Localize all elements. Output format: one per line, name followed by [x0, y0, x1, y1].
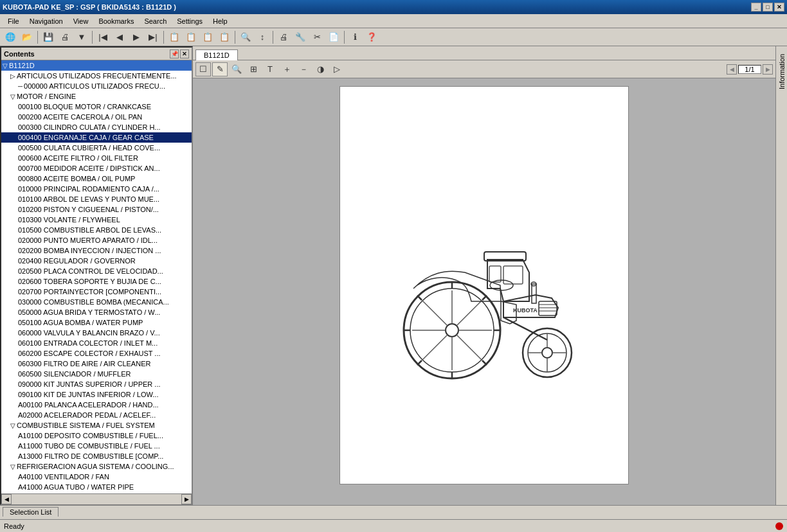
toolbar-btn-8[interactable]: 📋 [200, 30, 215, 44]
list-item[interactable]: 050000 AGUA BRIDA Y TERMOSTATO / W... [1, 307, 192, 317]
list-item[interactable]: A13000 FILTRO DE COMBUSTIBLE [COMP... [1, 451, 192, 461]
list-item[interactable]: 000500 CULATA CUBIERTA / HEAD COVE... [1, 143, 192, 153]
toolbar-btn-help[interactable]: ❓ [364, 30, 379, 44]
toolbar-btn-forward[interactable]: ▶ [129, 30, 144, 44]
menu-file[interactable]: File [3, 16, 24, 26]
doc-btn-find[interactable]: 🔍 [229, 62, 244, 76]
toolbar-btn-9[interactable]: 📋 [217, 30, 232, 44]
list-item[interactable]: 010300 VOLANTE / FLYWHEEL [1, 215, 192, 225]
toolbar-btn-copy[interactable]: 📄 [326, 30, 341, 44]
tree-root[interactable]: ▽ B1121D [1, 60, 192, 71]
list-item[interactable]: 000600 ACEITE FILTRO / OIL FILTER [1, 153, 192, 163]
doc-btn-select[interactable]: ☐ [195, 62, 211, 76]
list-item[interactable]: 010000 PRINCIPAL RODAMIENTO CAJA /... [1, 184, 192, 194]
list-item[interactable]: 000300 CILINDRO CULATA / CYLINDER H... [1, 122, 192, 132]
list-item[interactable]: 060500 SILENCIADOR / MUFFLER [1, 369, 192, 379]
tree-leaf-label: 010200 PISTON Y CIGUEENAL / PISTON/... [18, 206, 159, 213]
list-item[interactable]: 010100 ARBOL DE LEVAS Y PUNTO MUE... [1, 194, 192, 204]
toolbar-btn-zoom[interactable]: 🔍 [238, 30, 253, 44]
tree-node-label: REFRIGERACION AGUA SISTEMA / COOLING... [17, 463, 174, 470]
menu-settings[interactable]: Settings [172, 16, 208, 26]
menu-view[interactable]: View [68, 16, 94, 26]
list-item[interactable]: 030000 COMBUSTIBLE BOMBA (MECANICA... [1, 297, 192, 307]
toolbar-btn-back-start[interactable]: |◀ [95, 30, 111, 44]
doc-btn-zoom-in[interactable]: ＋ [279, 62, 294, 76]
list-item[interactable]: ─ 000000 ARTICULOS UTILIZADOS FRECU... [1, 81, 192, 91]
list-item[interactable]: ▽ REFRIGERACION AGUA SISTEMA / COOLING..… [1, 461, 192, 472]
list-item[interactable]: A02000 ACELERADOR PEDAL / ACELEF... [1, 410, 192, 420]
list-item[interactable]: 020200 BOMBA INYECCION / INJECTION ... [1, 245, 192, 256]
toolbar-btn-cursor[interactable]: ↕ [255, 30, 270, 44]
toolbar-btn-2[interactable]: 📂 [19, 30, 35, 44]
scroll-right-button[interactable]: ▶ [181, 494, 192, 504]
list-item[interactable]: 060200 ESCAPE COLECTOR / EXHAUST ... [1, 348, 192, 359]
toolbar-btn-3[interactable]: 💾 [41, 30, 56, 44]
tree-leaf-label: 010300 VOLANTE / FLYWHEEL [18, 216, 120, 224]
list-item[interactable]: 020500 PLACA CONTROL DE VELOCIDAD... [1, 266, 192, 276]
panel-pin-button[interactable]: 📌 [170, 49, 179, 58]
list-item[interactable]: ▽ MOTOR / ENGINE [1, 91, 192, 102]
toolbar-btn-back[interactable]: ◀ [112, 30, 127, 44]
tree-leaf-label: 020600 TOBERA SOPORTE Y BUJIA DE C... [18, 278, 161, 285]
doc-btn-play[interactable]: ▷ [329, 62, 345, 76]
tree-container[interactable]: ▽ B1121D ▷ ARTICULOS UTILIZADOS FRECUENT… [1, 60, 192, 493]
svg-line-17 [457, 301, 482, 326]
toolbar-btn-cut[interactable]: ✂ [309, 30, 325, 44]
list-item[interactable]: 060100 ENTRADA COLECTOR / INLET M... [1, 338, 192, 348]
toolbar-btn-4[interactable]: 🖨 [57, 30, 73, 44]
page-forward-button[interactable]: ▶ [763, 64, 773, 75]
list-item[interactable]: A11000 TUBO DE COMBUSTIBLE / FUEL ... [1, 441, 192, 451]
list-item[interactable]: 020700 PORTAINYECTOR [COMPONENTI... [1, 287, 192, 297]
menu-help[interactable]: Help [208, 16, 233, 26]
list-item[interactable]: 060300 FILTRO DE AIRE / AIR CLEANER [1, 359, 192, 369]
list-item[interactable]: 020000 PUNTO MUERTO APARATO / IDL... [1, 235, 192, 245]
tree-leaf-label: 030000 COMBUSTIBLE BOMBA (MECANICA... [18, 298, 169, 306]
horizontal-scrollbar[interactable]: ◀ ▶ [1, 493, 192, 504]
page-back-button[interactable]: ◀ [727, 64, 737, 75]
toolbar-btn-info[interactable]: ℹ [347, 30, 363, 44]
doc-btn-grid[interactable]: ⊞ [246, 62, 261, 76]
list-item[interactable]: 010200 PISTON Y CIGUEENAL / PISTON/... [1, 204, 192, 215]
toolbar-btn-forward-end[interactable]: ▶| [145, 30, 161, 44]
tree-leaf-label: A02000 ACELERADOR PEDAL / ACELEF... [18, 411, 156, 419]
list-item[interactable]: A41000 AGUA TUBO / WATER PIPE [1, 482, 192, 492]
list-item[interactable]: 000100 BLOQUE MOTOR / CRANKCASE [1, 102, 192, 112]
list-item[interactable]: 090100 KIT DE JUNTAS INFERIOR / LOW... [1, 389, 192, 400]
list-item[interactable]: ▷ ARTICULOS UTILIZADOS FRECUENTEMENTE... [1, 71, 192, 81]
list-item[interactable]: ▽ COMBUSTIBLE SISTEMA / FUEL SYSTEM [1, 420, 192, 430]
close-button[interactable]: ✕ [774, 3, 784, 12]
list-item[interactable]: A10100 DEPOSITO COMBUSTIBLE / FUEL... [1, 430, 192, 441]
scroll-left-button[interactable]: ◀ [1, 494, 12, 504]
toolbar-btn-5[interactable]: ▼ [74, 30, 89, 44]
list-item[interactable]: 000700 MEDIDOR ACEITE / DIPSTICK AN... [1, 163, 192, 173]
list-item[interactable]: 000400 ENGRANAJE CAJA / GEAR CASE [1, 132, 192, 143]
list-item[interactable]: A00100 PALANCA ACELERADOR / HAND... [1, 400, 192, 410]
doc-btn-pencil[interactable]: ✎ [212, 62, 228, 76]
toolbar-btn-1[interactable]: 🌐 [3, 30, 18, 44]
doc-area: KUBOTA [193, 78, 775, 505]
list-item[interactable]: 050100 AGUA BOMBA / WATER PUMP [1, 317, 192, 328]
maximize-button[interactable]: □ [763, 3, 773, 12]
list-item[interactable]: 090000 KIT JUNTAS SUPERIOR / UPPER ... [1, 379, 192, 389]
menu-search[interactable]: Search [139, 16, 172, 26]
list-item[interactable]: 020600 TOBERA SOPORTE Y BUJIA DE C... [1, 276, 192, 287]
doc-btn-zoom-out[interactable]: － [296, 62, 311, 76]
toolbar-btn-7[interactable]: 📋 [183, 30, 199, 44]
list-item[interactable]: 010500 COMBUSTIBLE ARBOL DE LEVAS... [1, 225, 192, 235]
minimize-button[interactable]: _ [751, 3, 761, 12]
toolbar-btn-print[interactable]: 🖨 [276, 30, 291, 44]
menu-navigation[interactable]: Navigation [24, 16, 68, 26]
tab-selection-list[interactable]: Selection List [3, 507, 59, 517]
doc-btn-brightness[interactable]: ◑ [312, 62, 328, 76]
toolbar-btn-tools[interactable]: 🔧 [293, 30, 308, 44]
tab-b1121d[interactable]: B1121D [195, 49, 238, 60]
list-item[interactable]: 000200 ACEITE CACEROLA / OIL PAN [1, 112, 192, 122]
list-item[interactable]: 060000 VALVULA Y BALANCIN BRAZO / V... [1, 328, 192, 338]
toolbar-btn-6[interactable]: 📋 [167, 30, 182, 44]
menu-bookmarks[interactable]: Bookmarks [93, 16, 139, 26]
list-item[interactable]: 000800 ACEITE BOMBA / OIL PUMP [1, 173, 192, 184]
doc-btn-text[interactable]: T [262, 62, 278, 76]
list-item[interactable]: 020400 REGULADOR / GOVERNOR [1, 256, 192, 266]
list-item[interactable]: A40100 VENTILADOR / FAN [1, 472, 192, 482]
panel-close-button[interactable]: ✕ [180, 49, 189, 58]
